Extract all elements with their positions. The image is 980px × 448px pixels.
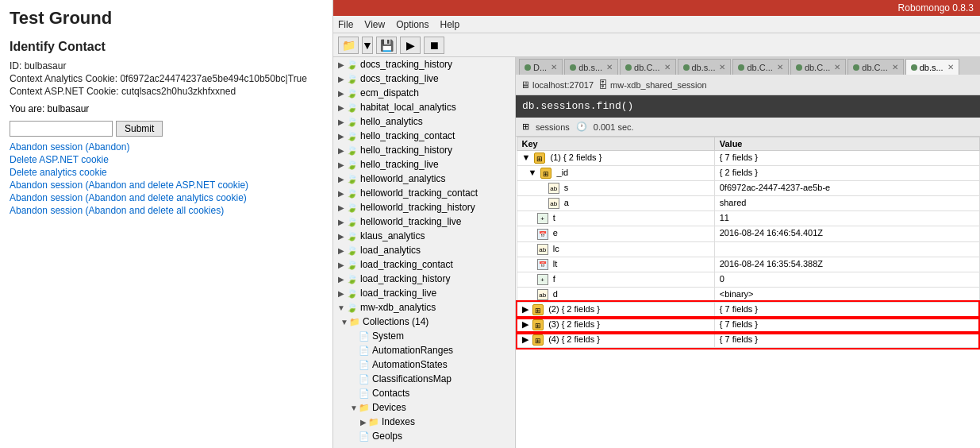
spacer — [528, 244, 533, 253]
tab-dot — [738, 64, 744, 71]
tree-item-automation-states[interactable]: 📄 AutomationStates — [333, 357, 515, 372]
key-cell: + t — [517, 211, 714, 226]
tab-label: db.C... — [747, 63, 772, 72]
tree-arrow: ▶ — [336, 189, 346, 198]
tree-label: hello_tracking_contact — [360, 130, 455, 141]
expand-arrow[interactable]: ▼ — [528, 168, 537, 177]
expand-arrow[interactable]: ▼ — [522, 153, 531, 162]
menu-file[interactable]: File — [338, 19, 353, 30]
stop-button[interactable]: ⏹ — [424, 37, 444, 54]
row-icon: ⊞ — [540, 168, 551, 179]
section-title: Identify Contact — [10, 40, 323, 54]
tree-item-geolps[interactable]: 📄 Geolps — [333, 429, 515, 443]
run-button[interactable]: ▶ — [400, 37, 421, 54]
tree-label: System — [372, 330, 404, 342]
monitor-icon: 🖥 — [521, 79, 530, 91]
tab-5[interactable]: db.C... ✕ — [790, 59, 846, 75]
tree-arrow: ▶ — [336, 261, 346, 269]
type-icon: ab — [537, 244, 548, 255]
tab-close[interactable]: ✕ — [947, 63, 954, 71]
tree-item-load-analytics[interactable]: ▶ 🍃 load_analytics — [333, 243, 515, 257]
tab-close[interactable]: ✕ — [834, 63, 840, 71]
link-delete-analytics[interactable]: Delete analytics cookie — [10, 167, 323, 178]
tree-item-collections[interactable]: ▼ 📁 Collections (14) — [333, 315, 515, 329]
link-abandon-aspnet[interactable]: Abandon session (Abandon and delete ASP.… — [10, 180, 323, 191]
tree-item-devices[interactable]: ▼ 📁 Devices — [333, 400, 515, 415]
menu-view[interactable]: View — [364, 19, 385, 30]
tab-6[interactable]: db.C... ✕ — [847, 59, 903, 75]
content-area: ▶ 🍃 docs_tracking_history ▶ 🍃 docs_track… — [333, 57, 980, 448]
tab-4[interactable]: db.C... ✕ — [732, 59, 788, 75]
tab-close[interactable]: ✕ — [777, 63, 783, 71]
tab-close[interactable]: ✕ — [664, 63, 671, 71]
tree-item-helloworld-tracking-history[interactable]: ▶ 🍃 helloworld_tracking_history — [333, 200, 515, 214]
tree-item-klaus[interactable]: ▶ 🍃 klaus_analytics — [333, 229, 515, 243]
folder-icon: 📁 — [349, 317, 360, 327]
key-cell: 📅 lt — [517, 257, 714, 272]
tree-item-helloworld-tracking-contact[interactable]: ▶ 🍃 helloworld_tracking_contact — [333, 186, 515, 200]
tab-2[interactable]: db.C... ✕ — [620, 59, 675, 75]
link-delete-aspnet[interactable]: Delete ASP.NET cookie — [10, 154, 323, 165]
tree-arrow: ▶ — [336, 246, 346, 255]
tree-label: hello_tracking_history — [360, 145, 452, 156]
save-button[interactable]: 💾 — [376, 37, 397, 54]
tree-item-docs-tracking-live[interactable]: ▶ 🍃 docs_tracking_live — [333, 71, 515, 86]
coll-icon: 📄 — [359, 346, 370, 356]
table-row: 📅 lt 2016-08-24 16:35:54.388Z — [517, 257, 979, 272]
query-editor[interactable]: db.sessions.find() — [516, 95, 980, 118]
tab-close[interactable]: ✕ — [551, 63, 557, 71]
link-abandon-analytics[interactable]: Abandon session (Abandon and delete anal… — [10, 192, 323, 203]
tab-0[interactable]: D... ✕ — [519, 59, 563, 75]
expand-arrow[interactable]: ▶ — [522, 319, 528, 329]
tree-item-load-tracking-contact[interactable]: ▶ 🍃 load_tracking_contact — [333, 257, 515, 272]
coll-icon: 📄 — [359, 331, 370, 342]
col-value: Value — [714, 137, 979, 151]
db-icon: 🍃 — [346, 130, 358, 141]
tree-item-load-tracking-live[interactable]: ▶ 🍃 load_tracking_live — [333, 286, 515, 300]
submit-input[interactable] — [10, 121, 113, 137]
tab-close[interactable]: ✕ — [606, 63, 613, 71]
tree-item-automation-ranges[interactable]: 📄 AutomationRanges — [333, 343, 515, 357]
table-row: + f 0 — [517, 272, 979, 287]
tab-dot — [525, 64, 531, 71]
tree-label: ClassificationsMap — [372, 373, 452, 384]
tree-item-helloworld-tracking-live[interactable]: ▶ 🍃 helloworld_tracking_live — [333, 214, 515, 229]
open-dropdown[interactable]: ▼ — [362, 37, 373, 54]
open-button[interactable]: 📁 — [338, 37, 359, 54]
tab-close[interactable]: ✕ — [719, 63, 725, 71]
tree-item-classifications-map[interactable]: 📄 ClassificationsMap — [333, 372, 515, 386]
tree-item-hello-analytics[interactable]: ▶ 🍃 hello_analytics — [333, 114, 515, 129]
tree-item-hello-tracking-live[interactable]: ▶ 🍃 hello_tracking_live — [333, 157, 515, 172]
menu-options[interactable]: Options — [396, 19, 429, 30]
tree-scroll[interactable]: ▶ 🍃 docs_tracking_history ▶ 🍃 docs_track… — [333, 57, 515, 448]
expand-arrow[interactable]: ▶ — [522, 334, 528, 344]
tree-item-system[interactable]: 📄 System — [333, 329, 515, 343]
tree-item-mw-xdb-analytics[interactable]: ▼ 🍃 mw-xdb_analytics — [333, 300, 515, 315]
link-abandon-all[interactable]: Abandon session (Abandon and delete all … — [10, 205, 323, 216]
tree-item-contacts[interactable]: 📄 Contacts — [333, 386, 515, 400]
tree-item-ecm-dispatch[interactable]: ▶ 🍃 ecm_dispatch — [333, 86, 515, 100]
tree-item-hello-tracking-history[interactable]: ▶ 🍃 hello_tracking_history — [333, 143, 515, 157]
tree-item-load-tracking-history[interactable]: ▶ 🍃 load_tracking_history — [333, 272, 515, 286]
submit-button[interactable]: Submit — [116, 121, 163, 137]
type-icon: + — [537, 213, 548, 224]
right-panel: Robomongo 0.8.3 File View Options Help 📁… — [333, 0, 980, 448]
key-text: _id — [557, 168, 569, 177]
tab-3[interactable]: db.s... ✕ — [678, 59, 732, 75]
tree-item-habitat[interactable]: ▶ 🍃 habitat_local_analytics — [333, 100, 515, 114]
tree-item-helloworld-analytics[interactable]: ▶ 🍃 helloworld_analytics — [333, 172, 515, 186]
tree-item-indexes[interactable]: ▶ 📁 Indexes — [333, 415, 515, 429]
tab-close[interactable]: ✕ — [892, 63, 898, 71]
tree-item-hello-tracking-contact[interactable]: ▶ 🍃 hello_tracking_contact — [333, 129, 515, 143]
tree-item-docs-tracking-history[interactable]: ▶ 🍃 docs_tracking_history — [333, 57, 515, 71]
tree-arrow: ▼ — [336, 303, 346, 312]
id-value: bulbasaur — [25, 60, 67, 71]
table-row: ab s 0f6972ac-2447-4237-ae5b-e — [517, 181, 979, 196]
menu-help[interactable]: Help — [440, 19, 460, 30]
value-cell: { 7 fields } — [714, 151, 979, 166]
expand-arrow[interactable]: ▶ — [522, 304, 528, 314]
tree-arrow: ▶ — [336, 203, 346, 212]
link-abandon[interactable]: Abandon session (Abandon) — [10, 141, 323, 153]
tab-1[interactable]: db.s... ✕ — [564, 59, 618, 75]
tab-7[interactable]: db.s... ✕ — [905, 59, 959, 75]
